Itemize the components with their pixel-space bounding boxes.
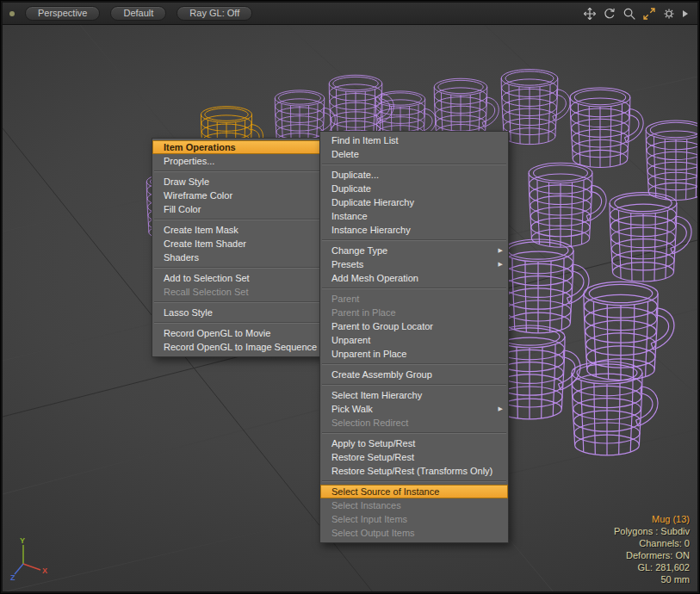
menu-item-unparent[interactable]: Unparent bbox=[320, 333, 508, 347]
menu-item-label: Duplicate... bbox=[331, 170, 379, 180]
menu-item-presets[interactable]: Presets▶ bbox=[320, 257, 508, 271]
menu-item-label: Recall Selection Set bbox=[164, 287, 248, 297]
viewport-indicator-dot bbox=[9, 11, 15, 16]
menu-item-label: Draw Style bbox=[164, 176, 209, 187]
menu-item-find-in-item-list[interactable]: Find in Item List bbox=[320, 133, 508, 147]
menu-item-instance[interactable]: Instance bbox=[320, 209, 508, 223]
menu-item-add-to-selection-set[interactable]: Add to Selection Set bbox=[152, 271, 322, 285]
menu-item-label: Select Input Items bbox=[331, 514, 407, 524]
menu-item-properties[interactable]: Properties... bbox=[152, 154, 322, 168]
menu-item-parent-in-place: Parent in Place bbox=[320, 306, 508, 319]
wireframe-mug[interactable] bbox=[529, 163, 606, 247]
menu-item-label: Unparent in Place bbox=[331, 349, 406, 359]
menu-separator bbox=[154, 322, 320, 324]
wireframe-mug[interactable] bbox=[501, 70, 570, 145]
menu-item-create-item-shader[interactable]: Create Item Shader bbox=[152, 237, 322, 251]
menu-item-parent: Parent bbox=[320, 292, 508, 306]
menu-item-label: Instance Hierarchy bbox=[331, 225, 411, 235]
menu-item-label: Select Instances bbox=[331, 500, 401, 510]
menu-item-label: Selection Redirect bbox=[331, 418, 408, 428]
menu-caret-icon[interactable] bbox=[682, 9, 689, 18]
menu-item-lasso-style[interactable]: Lasso Style bbox=[152, 306, 322, 319]
menu-item-create-item-mask[interactable]: Create Item Mask bbox=[152, 223, 322, 237]
menu-item-label: Add Mesh Operation bbox=[331, 273, 418, 283]
submenu-arrow-icon: ▶ bbox=[499, 244, 503, 257]
menu-item-record-opengl-to-image-sequence[interactable]: Record OpenGL to Image Sequence bbox=[152, 340, 322, 354]
wireframe-mug[interactable] bbox=[570, 88, 643, 167]
gear-icon[interactable] bbox=[662, 7, 676, 21]
menu-item-record-opengl-to-movie[interactable]: Record OpenGL to Movie bbox=[152, 326, 322, 340]
menu-item-label: Select Output Items bbox=[331, 528, 415, 538]
menu-separator bbox=[322, 288, 506, 289]
menu-item-select-item-hierarchy[interactable]: Select Item Hierarchy bbox=[320, 388, 508, 402]
menu-separator bbox=[322, 480, 506, 482]
viewport-toolbar-icons bbox=[583, 7, 691, 21]
menu-item-label: Apply to Setup/Rest bbox=[331, 438, 415, 449]
menu-item-wireframe-color[interactable]: Wireframe Color bbox=[152, 189, 322, 202]
menu-item-apply-to-setup-rest[interactable]: Apply to Setup/Rest bbox=[320, 436, 508, 450]
perspective-dropdown[interactable]: Perspective bbox=[25, 6, 100, 21]
menu-item-label: Record OpenGL to Movie bbox=[164, 328, 270, 338]
menu-item-label: Item Operations bbox=[164, 142, 236, 152]
menu-item-select-output-items: Select Output Items bbox=[320, 526, 508, 540]
status-item-name: Mug (13) bbox=[614, 513, 690, 525]
menu-item-unparent-in-place[interactable]: Unparent in Place bbox=[320, 347, 508, 361]
menu-item-draw-style[interactable]: Draw Style bbox=[152, 175, 322, 189]
viewport-status: Mug (13) Polygons : Subdiv Channels: 0 D… bbox=[614, 513, 690, 585]
menu-item-fill-color[interactable]: Fill Color bbox=[152, 202, 322, 216]
menu-item-delete[interactable]: Delete bbox=[320, 147, 508, 161]
menu-separator bbox=[154, 267, 320, 269]
menu-item-restore-setup-rest[interactable]: Restore Setup/Rest bbox=[320, 450, 508, 464]
menu-item-label: Record OpenGL to Image Sequence bbox=[164, 342, 317, 352]
viewport-3d[interactable]: Item OperationsProperties...Draw StyleWi… bbox=[3, 25, 697, 591]
menu-item-label: Unparent bbox=[331, 335, 370, 345]
menu-separator bbox=[322, 164, 506, 165]
context-menu-item-operations: Item OperationsProperties...Draw StyleWi… bbox=[152, 138, 323, 357]
menu-item-instance-hierarchy[interactable]: Instance Hierarchy bbox=[320, 223, 508, 237]
menu-item-label: Duplicate Hierarchy bbox=[331, 197, 414, 207]
z-axis-line bbox=[15, 564, 23, 574]
menu-separator bbox=[322, 239, 506, 241]
menu-item-change-type[interactable]: Change Type▶ bbox=[320, 244, 508, 257]
menu-item-duplicate[interactable]: Duplicate... bbox=[320, 168, 508, 182]
menu-item-label: Duplicate bbox=[331, 183, 371, 194]
menu-item-label: Properties... bbox=[164, 156, 214, 166]
rotate-icon[interactable] bbox=[603, 7, 616, 21]
menu-item-create-assembly-group[interactable]: Create Assembly Group bbox=[320, 368, 508, 381]
menu-item-label: Parent to Group Locator bbox=[331, 321, 433, 331]
menu-item-recall-selection-set: Recall Selection Set bbox=[152, 285, 322, 299]
menu-item-label: Presets bbox=[331, 259, 363, 269]
menu-item-label: Restore Setup/Rest bbox=[331, 452, 414, 462]
submenu-arrow-icon: ▶ bbox=[499, 402, 503, 416]
menu-separator bbox=[322, 432, 506, 434]
menu-item-duplicate-hierarchy[interactable]: Duplicate Hierarchy bbox=[320, 195, 508, 209]
menu-separator bbox=[154, 301, 320, 303]
shading-default-dropdown[interactable]: Default bbox=[110, 6, 166, 21]
menu-item-label: Parent in Place bbox=[331, 307, 396, 318]
ray-gl-dropdown[interactable]: Ray GL: Off bbox=[177, 6, 252, 21]
menu-item-restore-setup-rest-transforms-only[interactable]: Restore Setup/Rest (Transforms Only) bbox=[320, 464, 508, 478]
wireframe-mug[interactable] bbox=[646, 121, 697, 200]
menu-item-shaders[interactable]: Shaders bbox=[152, 251, 322, 264]
menu-item-label: Instance bbox=[331, 211, 368, 221]
pan-icon[interactable] bbox=[583, 7, 597, 21]
status-line-polygons: Polygons : Subdiv bbox=[614, 525, 690, 537]
menu-item-pick-walk[interactable]: Pick Walk▶ bbox=[320, 402, 508, 416]
menu-item-select-input-items: Select Input Items bbox=[320, 512, 508, 526]
viewport-toolbar: Perspective Default Ray GL: Off bbox=[3, 3, 697, 25]
maximize-icon[interactable] bbox=[642, 7, 656, 21]
wireframe-mug[interactable] bbox=[584, 282, 674, 380]
zoom-icon[interactable] bbox=[623, 7, 636, 21]
menu-item-label: Delete bbox=[331, 149, 359, 159]
menu-item-duplicate[interactable]: Duplicate bbox=[320, 182, 508, 195]
menu-item-label: Pick Walk bbox=[331, 404, 373, 414]
menu-item-add-mesh-operation[interactable]: Add Mesh Operation bbox=[320, 271, 508, 285]
status-line-focal: 50 mm bbox=[614, 573, 690, 585]
menu-item-parent-to-group-locator[interactable]: Parent to Group Locator bbox=[320, 319, 508, 333]
menu-item-select-source-of-instance[interactable]: Select Source of Instance bbox=[320, 485, 508, 498]
wireframe-mug[interactable] bbox=[572, 362, 658, 455]
menu-item-item-operations[interactable]: Item Operations bbox=[152, 140, 322, 154]
menu-item-selection-redirect: Selection Redirect bbox=[320, 416, 508, 430]
menu-item-label: Create Assembly Group bbox=[331, 369, 432, 380]
menu-item-label: Parent bbox=[331, 294, 359, 304]
